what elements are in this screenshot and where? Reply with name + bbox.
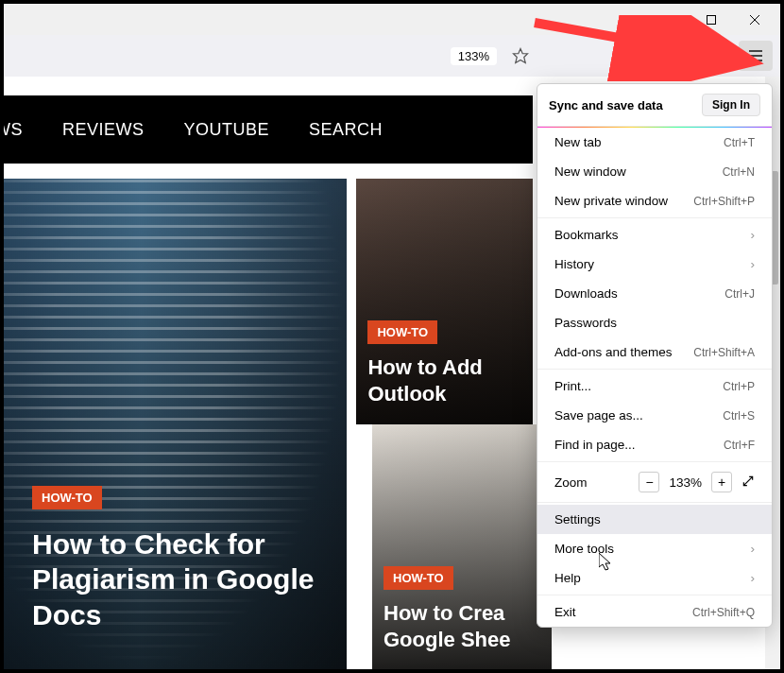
zoom-value: 133%: [669, 475, 702, 490]
svg-point-9: [713, 53, 718, 58]
app-menu-dropdown: Sync and save data Sign In New tabCtrl+T…: [537, 83, 773, 628]
article-title: How to Add Outlook: [367, 354, 519, 406]
chevron-right-icon: ›: [751, 542, 756, 556]
menu-history[interactable]: History›: [537, 250, 772, 279]
article-card[interactable]: HOW-TO How to Crea Google Shee: [372, 424, 552, 669]
nav-item[interactable]: YOUTUBE: [184, 120, 270, 140]
window-minimize-button[interactable]: [646, 6, 690, 34]
menu-print[interactable]: Print...Ctrl+P: [537, 371, 772, 401]
window-close-button[interactable]: [733, 6, 776, 34]
site-nav: WS REVIEWS YOUTUBE SEARCH: [4, 95, 533, 164]
menu-passwords[interactable]: Passwords: [537, 308, 772, 337]
menu-new-tab[interactable]: New tabCtrl+T: [537, 128, 772, 157]
chevron-right-icon: ›: [751, 257, 756, 271]
window-titlebar: [4, 4, 780, 35]
menu-bookmarks[interactable]: Bookmarks›: [537, 220, 772, 250]
menu-settings[interactable]: Settings: [537, 505, 772, 534]
menu-zoom-row: Zoom − 133% +: [537, 464, 772, 500]
menu-new-private-window[interactable]: New private windowCtrl+Shift+P: [537, 186, 772, 216]
nav-item[interactable]: WS: [4, 120, 23, 140]
svg-marker-16: [599, 553, 610, 570]
account-icon[interactable]: [703, 43, 727, 68]
menu-save-page[interactable]: Save page as...Ctrl+S: [537, 401, 772, 430]
svg-point-8: [681, 55, 683, 57]
article-title: How to Check for Plagiarism in Google Do…: [32, 526, 325, 633]
app-menu-button[interactable]: [739, 41, 773, 71]
window-maximize-button[interactable]: [690, 6, 733, 34]
menu-addons[interactable]: Add-ons and themesCtrl+Shift+A: [537, 337, 772, 367]
zoom-indicator[interactable]: 133%: [451, 47, 497, 65]
menu-find[interactable]: Find in page...Ctrl+F: [537, 430, 772, 459]
article-title: How to Crea Google Shee: [383, 600, 535, 652]
category-badge: HOW-TO: [383, 566, 453, 590]
menu-zoom-label: Zoom: [554, 475, 588, 490]
menu-downloads[interactable]: DownloadsCtrl+J: [537, 279, 772, 308]
category-badge: HOW-TO: [32, 486, 102, 509]
nav-item[interactable]: REVIEWS: [62, 120, 145, 140]
hamburger-icon: [748, 49, 763, 62]
menu-help[interactable]: Help›: [537, 563, 772, 593]
category-badge: HOW-TO: [367, 320, 437, 344]
chevron-right-icon: ›: [751, 571, 756, 585]
svg-point-7: [678, 55, 680, 57]
menu-new-window[interactable]: New windowCtrl+N: [537, 157, 772, 186]
article-card[interactable]: HOW-TO How to Check for Plagiarism in Go…: [4, 179, 347, 669]
bookmark-star-icon[interactable]: [508, 43, 533, 68]
svg-point-6: [675, 55, 677, 57]
chevron-right-icon: ›: [751, 228, 756, 242]
zoom-in-button[interactable]: +: [711, 472, 732, 492]
mouse-cursor-icon: [599, 553, 614, 572]
pocket-icon[interactable]: [631, 43, 656, 68]
browser-toolbar: 133%: [4, 35, 780, 77]
nav-item[interactable]: SEARCH: [309, 120, 383, 140]
menu-exit[interactable]: ExitCtrl+Shift+Q: [537, 597, 772, 627]
sign-in-button[interactable]: Sign In: [702, 94, 760, 116]
zoom-out-button[interactable]: −: [639, 472, 659, 492]
menu-sync-label: Sync and save data: [549, 98, 663, 112]
extension-icon[interactable]: [667, 43, 691, 68]
fullscreen-icon[interactable]: [741, 475, 755, 491]
menu-more-tools[interactable]: More tools›: [537, 534, 772, 563]
svg-marker-4: [514, 49, 528, 63]
article-card[interactable]: HOW-TO How to Add Outlook: [356, 179, 533, 424]
svg-line-13: [743, 476, 752, 485]
svg-rect-1: [707, 15, 716, 24]
